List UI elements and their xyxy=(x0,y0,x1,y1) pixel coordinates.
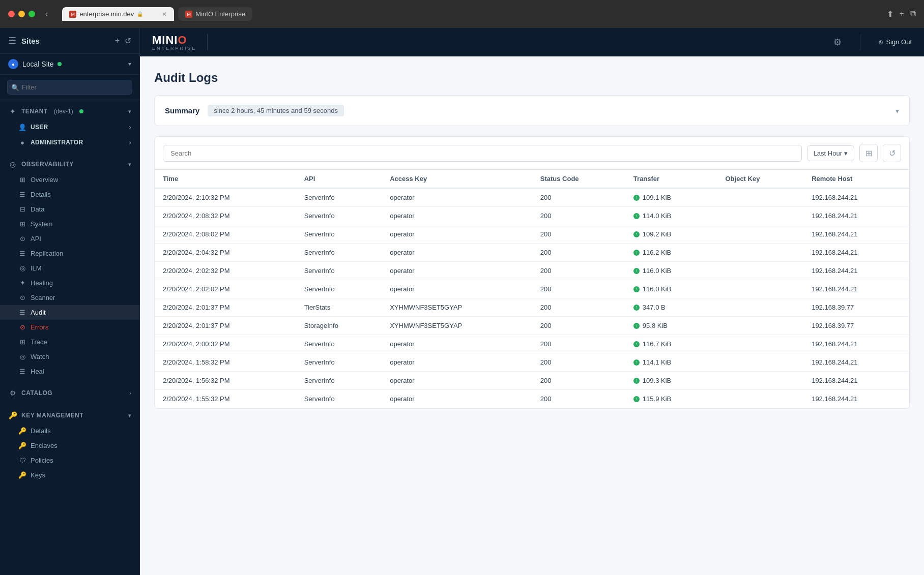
active-tab[interactable]: M enterprise.min.dev 🔒 ✕ xyxy=(62,7,174,21)
transfer-value: 109.1 KiB xyxy=(643,194,671,201)
sidebar-item-healing[interactable]: ✦ Healing xyxy=(0,276,139,290)
overview-label: Overview xyxy=(31,176,58,184)
settings-button[interactable]: ⚙ xyxy=(833,37,842,48)
overview-icon: ⊞ xyxy=(18,176,26,184)
minimize-button[interactable] xyxy=(18,11,25,17)
healing-label: Healing xyxy=(31,279,53,287)
tenant-label: TENANT xyxy=(21,108,48,115)
key-management-section-header[interactable]: 🔑 KEY MANAGEMENT ▾ xyxy=(0,407,139,423)
key-management-chevron: ▾ xyxy=(128,412,131,419)
filter-input[interactable] xyxy=(7,80,132,95)
time-filter-select[interactable]: Last Hour ▾ xyxy=(807,145,854,161)
table-row[interactable]: 2/20/2024, 2:04:32 PM ServerInfo operato… xyxy=(155,244,909,262)
table-row[interactable]: 2/20/2024, 1:58:32 PM ServerInfo operato… xyxy=(155,353,909,372)
sidebar-item-administrator[interactable]: ● ADMINISTRATOR › xyxy=(0,135,139,150)
heal-label: Heal xyxy=(31,368,44,375)
transfer-indicator xyxy=(633,378,640,384)
sidebar-item-replication[interactable]: ☰ Replication xyxy=(0,246,139,261)
observability-section-header[interactable]: ◎ OBSERVABILITY ▾ xyxy=(0,156,139,172)
hamburger-icon[interactable]: ☰ xyxy=(8,35,16,46)
cell-time: 2/20/2024, 2:02:32 PM xyxy=(155,262,296,280)
sidebar-item-enclaves[interactable]: 🔑 Enclaves xyxy=(0,438,139,453)
sidebar-item-keys[interactable]: 🔑 Keys xyxy=(0,468,139,482)
system-icon: ⊞ xyxy=(18,220,26,228)
main-content: MINIO ENTERPRISE ⚙ ⎋ Sign Out Audit Logs… xyxy=(140,28,924,575)
site-icon: ● xyxy=(8,59,18,69)
sidebar-item-watch[interactable]: ◎ Watch xyxy=(0,349,139,364)
cell-api: ServerInfo xyxy=(296,353,382,372)
filter-button[interactable]: ⊞ xyxy=(859,144,878,162)
data-label: Data xyxy=(31,205,44,213)
user-arrow: › xyxy=(129,123,131,131)
sidebar-item-system[interactable]: ⊞ System xyxy=(0,217,139,231)
summary-chevron-icon[interactable]: ▾ xyxy=(896,107,899,115)
api-label: API xyxy=(31,235,41,243)
add-site-button[interactable]: + xyxy=(115,36,120,46)
cell-status: 200 xyxy=(532,372,625,390)
refresh-button[interactable]: ↺ xyxy=(883,144,901,162)
cell-time: 2/20/2024, 2:02:02 PM xyxy=(155,280,296,298)
audit-icon: ☰ xyxy=(18,309,26,316)
cell-api: TierStats xyxy=(296,298,382,317)
back-button[interactable]: ‹ xyxy=(45,10,48,19)
table-row[interactable]: 2/20/2024, 1:55:32 PM ServerInfo operato… xyxy=(155,390,909,408)
new-tab-icon[interactable]: + xyxy=(900,9,904,19)
catalog-section-header[interactable]: ⚙ CATALOG › xyxy=(0,385,139,401)
table-row[interactable]: 2/20/2024, 1:56:32 PM ServerInfo operato… xyxy=(155,372,909,390)
tenant-section-header[interactable]: ✦ TENANT (dev-1) ▾ xyxy=(0,103,139,119)
sidebar-item-details[interactable]: ☰ Details xyxy=(0,187,139,202)
table-row[interactable]: 2/20/2024, 2:01:37 PM TierStats XYHMWNF3… xyxy=(155,298,909,317)
sidebar-item-audit[interactable]: ☰ Audit xyxy=(0,305,139,320)
cell-status: 200 xyxy=(532,298,625,317)
table-row[interactable]: 2/20/2024, 2:08:32 PM ServerInfo operato… xyxy=(155,207,909,225)
search-input[interactable] xyxy=(163,145,802,162)
user-label: USER xyxy=(31,124,48,131)
sidebar-item-heal[interactable]: ☰ Heal xyxy=(0,364,139,379)
table-row[interactable]: 2/20/2024, 2:02:32 PM ServerInfo operato… xyxy=(155,262,909,280)
table-row[interactable]: 2/20/2024, 2:02:02 PM ServerInfo operato… xyxy=(155,280,909,298)
fullscreen-button[interactable] xyxy=(28,11,35,17)
sign-out-button[interactable]: ⎋ Sign Out xyxy=(879,38,912,46)
transfer-value: 109.2 KiB xyxy=(643,230,671,238)
sidebar-item-api[interactable]: ⊙ API xyxy=(0,231,139,246)
sidebar-title: Sites xyxy=(21,37,40,45)
cell-status: 200 xyxy=(532,244,625,262)
table-row[interactable]: 2/20/2024, 2:00:32 PM ServerInfo operato… xyxy=(155,335,909,353)
sidebar-item-ilm[interactable]: ◎ ILM xyxy=(0,261,139,276)
cell-object-key xyxy=(717,188,803,207)
share-icon[interactable]: ⬆ xyxy=(887,9,893,19)
sidebar-item-km-details[interactable]: 🔑 Details xyxy=(0,423,139,438)
trace-icon: ⊞ xyxy=(18,338,26,346)
table-row[interactable]: 2/20/2024, 2:10:32 PM ServerInfo operato… xyxy=(155,188,909,207)
col-transfer: Transfer xyxy=(625,170,717,188)
transfer-indicator xyxy=(633,268,640,274)
policies-icon: 🛡 xyxy=(18,457,26,464)
inactive-tab[interactable]: M MinIO Enterprise xyxy=(178,7,252,21)
refresh-sites-button[interactable]: ↺ xyxy=(125,36,131,46)
top-bar-divider-2 xyxy=(860,34,860,50)
sidebar-item-user[interactable]: 👤 USER › xyxy=(0,119,139,135)
scanner-icon: ⊙ xyxy=(18,294,26,301)
sidebar-item-policies[interactable]: 🛡 Policies xyxy=(0,453,139,468)
close-button[interactable] xyxy=(8,11,15,17)
replication-icon: ☰ xyxy=(18,250,26,257)
table-row[interactable]: 2/20/2024, 2:08:02 PM ServerInfo operato… xyxy=(155,225,909,244)
tenant-icon: ✦ xyxy=(8,107,17,115)
cell-time: 2/20/2024, 2:04:32 PM xyxy=(155,244,296,262)
sidebar-item-overview[interactable]: ⊞ Overview xyxy=(0,172,139,187)
cell-status: 200 xyxy=(532,317,625,335)
sidebar-item-trace[interactable]: ⊞ Trace xyxy=(0,335,139,349)
tab-close-icon[interactable]: ✕ xyxy=(162,11,167,18)
sidebar-item-data[interactable]: ⊟ Data xyxy=(0,202,139,217)
cell-access-key: XYHMWNF3SET5GYAP xyxy=(382,298,532,317)
site-selector[interactable]: ● Local Site ▾ xyxy=(0,54,139,75)
tabs-icon[interactable]: ⧉ xyxy=(910,9,916,19)
tab-favicon: M xyxy=(69,11,76,18)
observability-chevron: ▾ xyxy=(128,161,131,168)
cell-remote-host: 192.168.244.21 xyxy=(803,390,909,408)
col-remote-host: Remote Host xyxy=(803,170,909,188)
sidebar-item-scanner[interactable]: ⊙ Scanner xyxy=(0,290,139,305)
transfer-value: 109.3 KiB xyxy=(643,377,671,384)
table-row[interactable]: 2/20/2024, 2:01:37 PM StorageInfo XYHMWN… xyxy=(155,317,909,335)
sidebar-item-errors[interactable]: ⊘ Errors xyxy=(0,320,139,335)
